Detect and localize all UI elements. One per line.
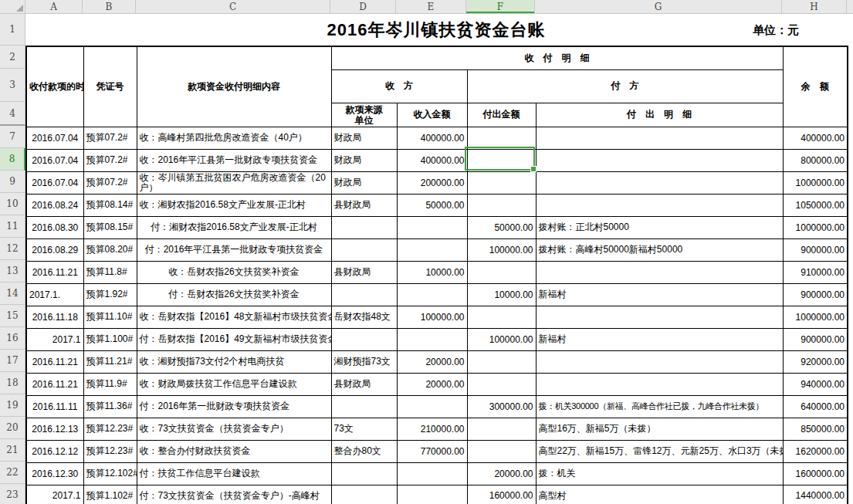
cell-B19[interactable]: 预算11.36# xyxy=(83,395,137,418)
cell-C8[interactable]: 收：2016年平江县第一批财政专项扶贫资金 xyxy=(137,149,331,171)
cell-G22[interactable]: 拨：机关 xyxy=(536,462,783,485)
cell-C21[interactable]: 收：整合办付财政扶贫资金 xyxy=(137,440,331,462)
row-header-18[interactable]: 18 xyxy=(0,372,25,394)
cell-H8[interactable]: 800000.00 xyxy=(783,149,848,171)
cell-F20[interactable] xyxy=(467,418,536,440)
cell-D10[interactable]: 县财政局 xyxy=(331,194,397,216)
cell-A21[interactable]: 2016.12.12 xyxy=(26,440,83,462)
cell-F8[interactable] xyxy=(467,149,536,171)
cell-A11[interactable]: 2016.08.30 xyxy=(26,216,83,238)
cell-E18[interactable]: 20000.00 xyxy=(397,373,467,395)
cell-F7[interactable] xyxy=(467,127,536,149)
cell-B14[interactable]: 预算1.92# xyxy=(83,283,137,306)
cell-D16[interactable] xyxy=(331,328,397,350)
cell-E20[interactable]: 210000.00 xyxy=(397,418,467,440)
sheet-title[interactable]: 2016年岑川镇扶贫资金台账 xyxy=(327,19,546,42)
header-pay-detail[interactable]: 付 出 明 细 xyxy=(536,103,783,127)
cell-C20[interactable]: 收：73文扶贫资金（扶贫资金专户） xyxy=(137,418,331,440)
cell-G18[interactable] xyxy=(536,373,783,395)
header-income-side[interactable]: 收 方 xyxy=(331,69,467,103)
cell-A8[interactable]: 2016.07.04 xyxy=(26,149,83,171)
cell-G20[interactable]: 高型16万、新福5万（未拨） xyxy=(536,418,783,440)
cell-F12[interactable]: 100000.00 xyxy=(467,238,536,261)
cell-G11[interactable]: 拨村账：正北村50000 xyxy=(536,216,783,238)
row-header-17[interactable]: 17 xyxy=(0,350,25,372)
cell-H12[interactable]: 900000.00 xyxy=(783,238,848,261)
cell-E7[interactable]: 400000.00 xyxy=(397,127,467,149)
cell-H23[interactable]: 1440000.00 xyxy=(783,485,848,504)
cell-C16[interactable]: 付：岳财农指【2016】49文新福村市级扶贫资金 xyxy=(137,328,331,350)
header-pay-amount[interactable]: 付出金额 xyxy=(467,103,536,127)
cell-H22[interactable]: 1600000.00 xyxy=(783,462,848,485)
cell-E14[interactable] xyxy=(397,283,467,306)
cell-H7[interactable]: 400000.00 xyxy=(783,127,848,149)
header-time[interactable]: 收付款项的时间 xyxy=(26,46,83,127)
cell-D8[interactable]: 财政局 xyxy=(331,149,397,171)
cell-G8[interactable] xyxy=(536,149,783,171)
cell-H13[interactable]: 910000.00 xyxy=(783,261,848,283)
cell-E11[interactable] xyxy=(397,216,467,238)
cell-A22[interactable]: 2016.12.30 xyxy=(26,462,83,485)
cell-G15[interactable] xyxy=(536,306,783,328)
cell-G10[interactable] xyxy=(536,194,783,216)
cell-F17[interactable] xyxy=(467,350,536,373)
column-header-G[interactable]: G xyxy=(535,0,782,13)
cell-G7[interactable] xyxy=(536,127,783,149)
cell-B21[interactable]: 预算12.23# xyxy=(83,440,137,462)
cell-D19[interactable] xyxy=(331,395,397,418)
cell-D23[interactable] xyxy=(331,485,397,504)
cell-G14[interactable]: 新福村 xyxy=(536,283,783,306)
row-header-22[interactable]: 22 xyxy=(0,462,25,484)
cell-F19[interactable]: 300000.00 xyxy=(467,395,536,418)
cell-F22[interactable]: 20000.00 xyxy=(467,462,536,485)
cell-D21[interactable]: 整合办80文 xyxy=(331,440,397,462)
cell-E9[interactable]: 200000.00 xyxy=(397,171,467,194)
cell-B17[interactable]: 预算11.21# xyxy=(83,350,137,373)
cell-E15[interactable]: 100000.00 xyxy=(397,306,467,328)
row-header-15[interactable]: 15 xyxy=(0,305,25,327)
header-voucher[interactable]: 凭证号 xyxy=(83,46,137,127)
cell-C12[interactable]: 付：2016年平江县第一批财政专项扶贫资金 xyxy=(137,238,331,261)
cell-H16[interactable]: 900000.00 xyxy=(783,328,848,350)
cell-G21[interactable]: 高型22万、新福15万、雷锋12万、元新25万、水口3万（未拨 xyxy=(536,440,783,462)
cell-A15[interactable]: 2016.11.18 xyxy=(26,306,83,328)
cell-F10[interactable] xyxy=(467,194,536,216)
row-header-14[interactable]: 14 xyxy=(0,282,25,305)
row-header-7[interactable]: 7 xyxy=(0,126,25,148)
cell-C18[interactable]: 收：财政局拨扶贫工作信息平台建设款 xyxy=(137,373,331,395)
cell-C23[interactable]: 付：73文扶贫资金（扶贫资金专户）-高峰村 xyxy=(137,485,331,504)
cell-G16[interactable]: 新福村 xyxy=(536,328,783,350)
row-header-20[interactable]: 20 xyxy=(0,417,25,439)
row-header-3[interactable]: 3 xyxy=(0,69,25,102)
cell-B8[interactable]: 预算07.2# xyxy=(83,149,137,171)
cell-F21[interactable] xyxy=(467,440,536,462)
cell-F16[interactable]: 100000.00 xyxy=(467,328,536,350)
cell-F11[interactable]: 50000.00 xyxy=(467,216,536,238)
cell-H20[interactable]: 850000.00 xyxy=(783,418,848,440)
cell-B10[interactable]: 预算08.14# xyxy=(83,194,137,216)
column-header-H[interactable]: H xyxy=(782,0,847,13)
cell-A13[interactable]: 2016.11.21 xyxy=(26,261,83,283)
cell-E19[interactable] xyxy=(397,395,467,418)
row-header-9[interactable]: 9 xyxy=(0,171,25,193)
cell-E17[interactable]: 20000.00 xyxy=(397,350,467,373)
cell-H10[interactable]: 1050000.00 xyxy=(783,194,848,216)
row-header-12[interactable]: 12 xyxy=(0,238,25,260)
cell-H21[interactable]: 1620000.00 xyxy=(783,440,848,462)
cell-E10[interactable]: 50000.00 xyxy=(397,194,467,216)
row-header-19[interactable]: 19 xyxy=(0,394,25,417)
cell-E12[interactable] xyxy=(397,238,467,261)
cell-E23[interactable] xyxy=(397,485,467,504)
cell-A14[interactable]: 2017.1. xyxy=(26,283,83,306)
column-header-D[interactable]: D xyxy=(330,0,396,13)
cell-G23[interactable]: 高型村 xyxy=(536,485,783,504)
cell-C9[interactable]: 收：岑川镇第五批贫困农户危房改造资金（20户） xyxy=(137,171,331,194)
column-header-E[interactable]: E xyxy=(396,0,466,13)
column-header-F[interactable]: F xyxy=(466,0,535,13)
cell-H14[interactable]: 900000.00 xyxy=(783,283,848,306)
cell-A16[interactable]: 2017.1 xyxy=(26,328,83,350)
cell-B12[interactable]: 预算08.20# xyxy=(83,238,137,261)
cell-B13[interactable]: 预算11.8# xyxy=(83,261,137,283)
cell-C7[interactable]: 收：高峰村第四批危房改造资金（40户） xyxy=(137,127,331,149)
header-balance[interactable]: 余 额 xyxy=(783,46,848,127)
